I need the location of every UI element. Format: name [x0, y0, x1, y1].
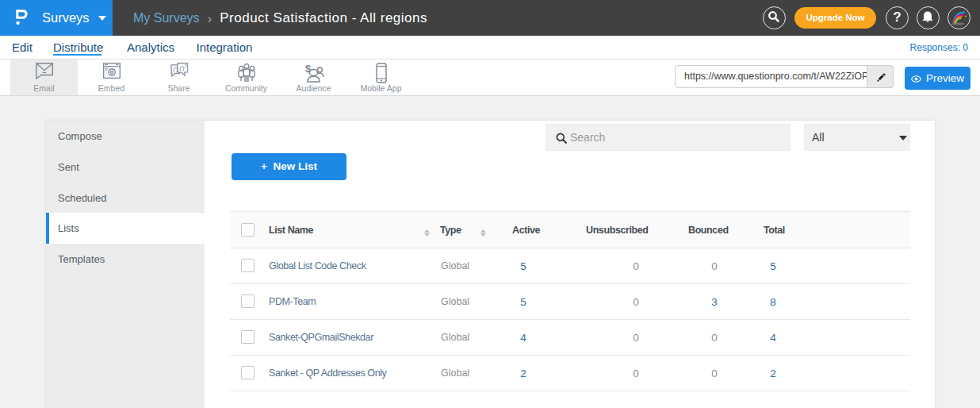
svg-text:$: $ — [305, 63, 312, 75]
